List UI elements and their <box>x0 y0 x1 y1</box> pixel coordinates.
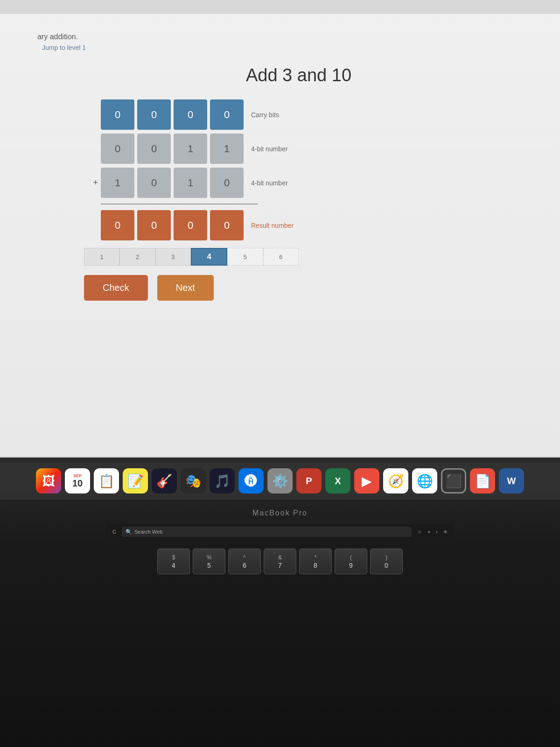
dock-calendar[interactable]: SEP10 <box>65 468 90 493</box>
dock-square[interactable]: ⬛ <box>441 468 466 493</box>
carry-bits-label: Carry bits <box>251 111 279 119</box>
touch-bar-search[interactable]: 🔍 Search Web <box>122 527 412 537</box>
num2-bit-2: 1 <box>174 168 207 198</box>
key-9-lparen[interactable]: (9 <box>335 549 367 574</box>
key-0-rparen[interactable]: )0 <box>370 549 403 574</box>
dock-excel[interactable]: X <box>325 468 350 493</box>
dock-appstore[interactable]: 🅐 <box>238 468 264 493</box>
dock-youtube[interactable]: ▶ <box>354 468 379 493</box>
result-bit-3[interactable]: 0 <box>210 210 244 240</box>
dock-word[interactable]: W <box>499 468 524 493</box>
step-indicator: 1 2 3 4 5 6 <box>84 248 299 266</box>
dock-powerpoint[interactable]: P <box>296 468 322 493</box>
button-row: Check Next <box>84 275 523 301</box>
screen: ary addition. Jump to level 1 Add 3 and … <box>0 0 560 458</box>
number1-label: 4-bit number <box>251 145 288 153</box>
intro-text: ary addition. <box>37 33 523 41</box>
num1-bit-0: 0 <box>101 134 134 164</box>
number2-row: + 1 0 1 0 4-bit number <box>84 168 317 198</box>
keyboard-area: $4 %5 ^6 &7 *8 (9 )0 <box>23 549 537 574</box>
result-bit-0[interactable]: 0 <box>101 210 134 240</box>
key-4-dollar[interactable]: $4 <box>157 549 190 574</box>
num2-bit-3: 0 <box>210 168 244 198</box>
dock-acrobat[interactable]: 📄 <box>470 468 495 493</box>
plus-sign: + <box>84 178 98 188</box>
key-8-star[interactable]: *8 <box>299 549 332 574</box>
top-bar <box>0 0 560 14</box>
touch-bar-brightness[interactable]: ✳ <box>443 529 448 535</box>
step-4[interactable]: 4 <box>191 248 227 266</box>
step-5[interactable]: 5 <box>227 248 263 266</box>
touch-bar: C 🔍 Search Web ☆ + ‹ ✳ <box>105 524 455 539</box>
number1-row: 0 0 1 1 4-bit number <box>84 134 317 164</box>
dock-reminders[interactable]: 📋 <box>94 468 119 493</box>
dock-chrome[interactable]: 🌐 <box>412 468 437 493</box>
divider <box>101 204 258 204</box>
touch-bar-add[interactable]: + <box>427 529 430 535</box>
num1-bit-1: 0 <box>137 134 171 164</box>
dock-puppet[interactable]: 🎭 <box>181 468 206 493</box>
touch-bar-back-nav[interactable]: ‹ <box>436 529 438 535</box>
touch-bar-back[interactable]: C <box>112 529 116 535</box>
dock-notes[interactable]: 📝 <box>123 468 148 493</box>
result-bit-2[interactable]: 0 <box>174 210 207 240</box>
carry-bit-3[interactable]: 0 <box>210 99 244 130</box>
result-bit-1[interactable]: 0 <box>137 210 171 240</box>
carry-bits-row: 0 0 0 0 Carry bits <box>84 99 317 130</box>
keyboard-row-1: $4 %5 ^6 &7 *8 (9 )0 <box>23 549 537 574</box>
key-6-caret[interactable]: ^6 <box>228 549 261 574</box>
result-label: Result number <box>251 222 294 229</box>
search-icon: 🔍 <box>126 529 132 535</box>
key-7-amp[interactable]: &7 <box>264 549 296 574</box>
grid-container: 0 0 0 0 Carry bits 0 0 1 1 4-bit number … <box>84 99 317 240</box>
key-5-percent[interactable]: %5 <box>193 549 225 574</box>
num1-bit-2: 1 <box>174 134 207 164</box>
content-area: ary addition. Jump to level 1 Add 3 and … <box>0 14 560 319</box>
step-2[interactable]: 2 <box>119 248 155 266</box>
next-button[interactable]: Next <box>157 275 214 301</box>
carry-bit-0[interactable]: 0 <box>101 99 134 130</box>
carry-bit-1[interactable]: 0 <box>137 99 171 130</box>
step-1[interactable]: 1 <box>84 248 119 266</box>
dock-photos[interactable]: 🖼 <box>36 468 61 493</box>
carry-bit-2[interactable]: 0 <box>174 99 207 130</box>
macbook-label: MacBook Pro <box>252 509 308 517</box>
search-placeholder: Search Web <box>134 529 162 535</box>
step-6[interactable]: 6 <box>263 248 299 266</box>
num1-bit-3: 1 <box>210 134 244 164</box>
dock: 🖼 SEP10 📋 📝 🎸 🎭 🎵 🅐 ⚙️ P X ▶ 🧭 🌐 ⬛ 📄 W <box>0 462 560 500</box>
laptop-bottom: 🖼 SEP10 📋 📝 🎸 🎭 🎵 🅐 ⚙️ P X ▶ 🧭 🌐 ⬛ 📄 W M… <box>0 458 560 747</box>
dock-safari[interactable]: 🧭 <box>383 468 408 493</box>
touch-bar-star[interactable]: ☆ <box>417 529 422 535</box>
result-row: 0 0 0 0 Result number <box>84 210 317 240</box>
num2-bit-1: 0 <box>137 168 171 198</box>
jump-link[interactable]: Jump to level 1 <box>42 44 86 51</box>
number2-label: 4-bit number <box>251 179 288 187</box>
dock-settings[interactable]: ⚙️ <box>267 468 293 493</box>
dock-music[interactable]: 🎵 <box>210 468 235 493</box>
num2-bit-0: 1 <box>101 168 134 198</box>
page-title: Add 3 and 10 <box>75 65 523 85</box>
dock-garage-band[interactable]: 🎸 <box>152 468 177 493</box>
step-3[interactable]: 3 <box>155 248 191 266</box>
check-button[interactable]: Check <box>84 275 148 301</box>
